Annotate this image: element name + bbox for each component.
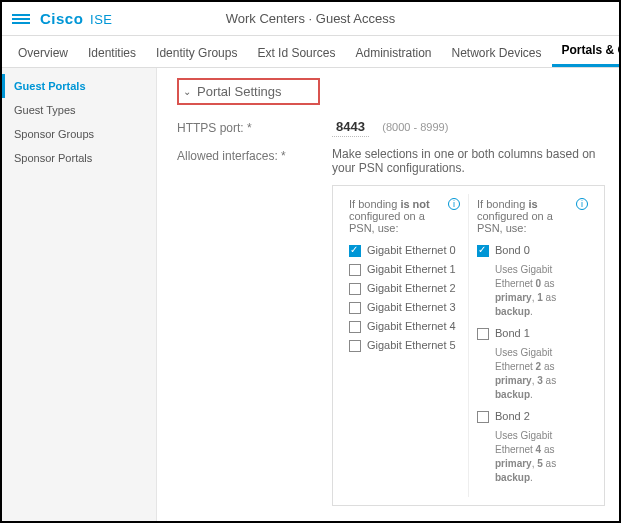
bonding-column: If bonding is configured on a PSN, use: … (469, 194, 596, 497)
sidebar-item-sponsor-groups[interactable]: Sponsor Groups (2, 122, 156, 146)
sidebar: Guest PortalsGuest TypesSponsor GroupsSp… (2, 68, 157, 521)
cert-group-tag-select[interactable]: Client_Portal ⌄ (332, 520, 415, 521)
portal-settings-header[interactable]: ⌄ Portal Settings (177, 78, 320, 105)
checkbox-icon[interactable] (349, 264, 361, 276)
interface-checkbox[interactable]: Gigabit Ethernet 0 (349, 244, 460, 257)
bond-description: Uses Gigabit Ethernet 4 as primary, 5 as… (495, 429, 588, 485)
cert-group-tag-label: Certificate group tag: * (177, 520, 332, 521)
interface-label: Gigabit Ethernet 3 (367, 301, 456, 313)
chevron-down-icon: ⌄ (183, 86, 191, 97)
interface-label: Gigabit Ethernet 4 (367, 320, 456, 332)
allowed-interfaces-label: Allowed interfaces: * (177, 147, 332, 163)
checkbox-icon[interactable] (477, 245, 489, 257)
interface-label: Gigabit Ethernet 0 (367, 244, 456, 256)
bond-description: Uses Gigabit Ethernet 2 as primary, 3 as… (495, 346, 588, 402)
interface-label: Gigabit Ethernet 1 (367, 263, 456, 275)
https-port-range: (8000 - 8999) (382, 121, 448, 133)
interface-checkbox[interactable]: Gigabit Ethernet 2 (349, 282, 460, 295)
https-port-input[interactable]: 8443 (332, 119, 369, 137)
tab-identities[interactable]: Identities (78, 38, 146, 67)
tab-portals-components[interactable]: Portals & Components (552, 35, 621, 67)
main-panel: ⌄ Portal Settings HTTPS port: * 8443 (80… (157, 68, 619, 521)
bond-label: Bond 1 (495, 327, 530, 339)
checkbox-icon[interactable] (349, 340, 361, 352)
brand: Cisco ISE (40, 10, 113, 27)
interface-checkbox[interactable]: Gigabit Ethernet 1 (349, 263, 460, 276)
top-bar: Cisco ISE Work Centers · Guest Access (2, 2, 619, 36)
checkbox-icon[interactable] (349, 321, 361, 333)
interface-checkbox[interactable]: Gigabit Ethernet 5 (349, 339, 460, 352)
no-bonding-head: If bonding is not configured on a PSN, u… (349, 198, 444, 234)
menu-icon[interactable] (12, 12, 30, 26)
checkbox-icon[interactable] (349, 245, 361, 257)
checkbox-icon[interactable] (477, 328, 489, 340)
bond-checkbox[interactable]: Bond 0 (477, 244, 588, 257)
https-port-label: HTTPS port: * (177, 119, 332, 135)
interface-label: Gigabit Ethernet 5 (367, 339, 456, 351)
bonding-head: If bonding is configured on a PSN, use: (477, 198, 572, 234)
section-title: Portal Settings (197, 84, 282, 99)
tab-identity-groups[interactable]: Identity Groups (146, 38, 247, 67)
bond-description: Uses Gigabit Ethernet 0 as primary, 1 as… (495, 263, 588, 319)
main-tabs: OverviewIdentitiesIdentity GroupsExt Id … (2, 36, 619, 68)
allowed-interfaces-note: Make selections in one or both columns b… (332, 147, 605, 175)
interface-checkbox[interactable]: Gigabit Ethernet 3 (349, 301, 460, 314)
bond-label: Bond 0 (495, 244, 530, 256)
sidebar-item-sponsor-portals[interactable]: Sponsor Portals (2, 146, 156, 170)
bond-checkbox[interactable]: Bond 2 (477, 410, 588, 423)
breadcrumb: Work Centers · Guest Access (226, 11, 396, 26)
checkbox-icon[interactable] (349, 283, 361, 295)
info-icon[interactable]: i (448, 198, 460, 210)
bond-label: Bond 2 (495, 410, 530, 422)
interface-label: Gigabit Ethernet 2 (367, 282, 456, 294)
checkbox-icon[interactable] (477, 411, 489, 423)
tab-ext-id-sources[interactable]: Ext Id Sources (247, 38, 345, 67)
checkbox-icon[interactable] (349, 302, 361, 314)
no-bonding-column: If bonding is not configured on a PSN, u… (341, 194, 469, 497)
bond-checkbox[interactable]: Bond 1 (477, 327, 588, 340)
sidebar-item-guest-portals[interactable]: Guest Portals (2, 74, 156, 98)
info-icon[interactable]: i (576, 198, 588, 210)
sidebar-item-guest-types[interactable]: Guest Types (2, 98, 156, 122)
tab-administration[interactable]: Administration (345, 38, 441, 67)
tab-overview[interactable]: Overview (8, 38, 78, 67)
interface-checkbox[interactable]: Gigabit Ethernet 4 (349, 320, 460, 333)
interfaces-panel: If bonding is not configured on a PSN, u… (332, 185, 605, 506)
tab-network-devices[interactable]: Network Devices (442, 38, 552, 67)
